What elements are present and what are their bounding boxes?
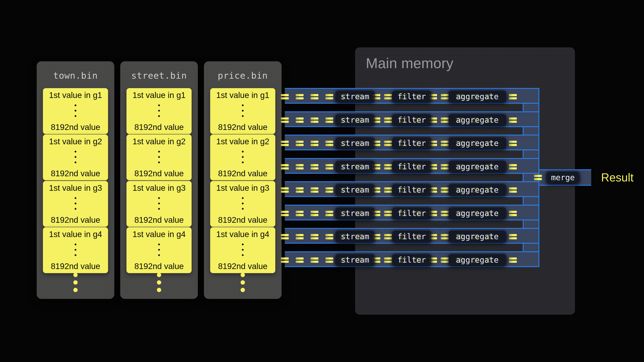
value-group-block: 1st value in g18192nd value [210, 88, 275, 134]
group-first-value-label: 1st value in g4 [126, 229, 192, 239]
group-last-value-label: 8192nd value [43, 215, 108, 225]
stage-chip-aggregate: aggregate [449, 184, 506, 196]
data-chunk-dashes-icon [441, 94, 449, 99]
value-group-block: 1st value in g28192nd value [43, 134, 108, 180]
stage-chip-aggregate: aggregate [449, 254, 506, 266]
stage-chip-filter: filter [392, 254, 431, 266]
group-first-value-label: 1st value in g3 [210, 183, 275, 193]
stage-chip-stream: stream [336, 91, 374, 102]
value-group-block: 1st value in g38192nd value [43, 181, 108, 227]
data-chunk-dashes-icon [509, 164, 517, 169]
group-last-value-label: 8192nd value [210, 261, 275, 271]
data-chunk-dashes-icon [441, 164, 449, 169]
group-first-value-label: 1st value in g1 [43, 90, 108, 100]
data-chunk-dashes-icon [281, 211, 289, 216]
data-chunk-dashes-icon [281, 257, 289, 263]
data-chunk-dashes-icon [310, 94, 318, 99]
data-chunk-dashes-icon [384, 211, 392, 216]
vertical-ellipsis-icon [242, 244, 244, 256]
data-chunk-dashes-icon [296, 234, 304, 239]
file-street-bin: street.bin1st value in g18192nd value1st… [120, 61, 198, 299]
data-chunk-dashes-icon [326, 257, 333, 263]
stage-chip-filter: filter [392, 231, 431, 242]
vertical-ellipsis-icon [74, 197, 76, 210]
stage-chip-aggregate: aggregate [449, 161, 506, 172]
group-last-value-label: 8192nd value [43, 122, 108, 132]
stage-chip-stream: stream [336, 231, 374, 242]
stage-chip-stream: stream [336, 114, 374, 126]
group-first-value-label: 1st value in g1 [126, 90, 192, 100]
data-chunk-dashes-icon [281, 234, 289, 239]
pipeline-area: streamfilteraggregatestreamfilteraggrega… [285, 88, 539, 267]
vertical-ellipsis-icon [158, 244, 160, 256]
data-chunk-dashes-icon [296, 164, 304, 169]
data-chunk-dashes-icon [441, 117, 449, 123]
data-chunk-dashes-icon [281, 141, 289, 146]
data-chunk-dashes-icon [310, 164, 318, 169]
pipeline-row: streamfilteraggregate [285, 205, 538, 220]
pipeline-row: streamfilteraggregate [285, 158, 538, 174]
stage-chip-aggregate: aggregate [449, 137, 506, 149]
stage-chip-stream: stream [336, 184, 374, 196]
value-group-block: 1st value in g38192nd value [126, 181, 192, 227]
pipeline-row: streamfilteraggregate [285, 88, 538, 104]
data-chunk-dashes-icon [326, 187, 333, 193]
data-chunk-dashes-icon [441, 211, 449, 216]
data-chunk-dashes-icon [310, 117, 318, 123]
data-chunk-dashes-icon [326, 164, 333, 169]
group-last-value-label: 8192nd value [43, 261, 108, 271]
value-group-block: 1st value in g28192nd value [210, 134, 275, 180]
stage-chip-aggregate: aggregate [449, 208, 506, 219]
data-chunk-dashes-icon [310, 234, 318, 239]
vertical-ellipsis-icon [158, 151, 160, 163]
merge-dashes-icon [534, 175, 542, 180]
stage-chip-filter: filter [392, 184, 431, 196]
data-chunk-dashes-icon [384, 117, 392, 123]
data-chunk-dashes-icon [326, 141, 333, 146]
data-chunk-dashes-icon [310, 211, 318, 216]
slot-right-border [523, 197, 524, 205]
group-last-value-label: 8192nd value [126, 261, 192, 271]
merge-chip: merge [546, 172, 579, 183]
value-group-block: 1st value in g48192nd value [126, 227, 192, 273]
vertical-ellipsis-icon [242, 151, 244, 163]
pipeline-row: streamfilteraggregate [285, 181, 538, 197]
group-first-value-label: 1st value in g3 [43, 183, 108, 193]
data-chunk-dashes-icon [509, 234, 517, 239]
stage-chip-filter: filter [392, 208, 431, 219]
data-chunk-dashes-icon [326, 117, 333, 123]
vertical-ellipsis-icon [242, 197, 244, 210]
data-chunk-dashes-icon [441, 257, 449, 263]
data-chunk-dashes-icon [384, 234, 392, 239]
stage-chip-stream: stream [336, 208, 374, 219]
group-last-value-label: 8192nd value [210, 169, 275, 178]
data-chunk-dashes-icon [384, 257, 392, 263]
data-chunk-dashes-icon [296, 211, 304, 216]
data-chunk-dashes-icon [441, 141, 449, 146]
group-first-value-label: 1st value in g4 [210, 229, 275, 239]
value-group-block: 1st value in g18192nd value [43, 88, 108, 134]
group-last-value-label: 8192nd value [210, 215, 275, 225]
slot-right-border [523, 174, 524, 181]
value-group-block: 1st value in g28192nd value [126, 134, 192, 180]
stage-chip-aggregate: aggregate [449, 231, 506, 242]
stage-chip-stream: stream [336, 161, 374, 172]
value-group-block: 1st value in g38192nd value [210, 181, 275, 227]
more-groups-ellipsis-icon [240, 273, 245, 292]
group-first-value-label: 1st value in g2 [210, 137, 275, 146]
vertical-ellipsis-icon [74, 104, 76, 117]
data-chunk-dashes-icon [384, 187, 392, 193]
data-chunk-dashes-icon [509, 94, 517, 99]
pipeline-row: streamfilteraggregate [285, 228, 538, 244]
vertical-ellipsis-icon [158, 104, 160, 117]
stage-chip-aggregate: aggregate [449, 91, 506, 102]
data-chunk-dashes-icon [326, 94, 333, 99]
data-chunk-dashes-icon [509, 211, 517, 216]
data-chunk-dashes-icon [310, 141, 318, 146]
data-chunk-dashes-icon [509, 141, 517, 146]
data-chunk-dashes-icon [296, 141, 304, 146]
slot-right-border [523, 150, 524, 158]
data-chunk-dashes-icon [384, 94, 392, 99]
data-chunk-dashes-icon [310, 257, 318, 263]
data-chunk-dashes-icon [296, 117, 304, 123]
